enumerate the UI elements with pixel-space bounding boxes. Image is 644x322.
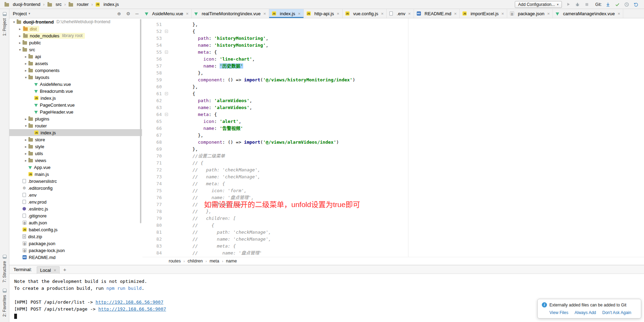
code-line[interactable]: 84 // name: '盘点管理' — [142, 250, 644, 257]
fold-icon[interactable]: − — [165, 92, 168, 95]
tree-item-main.js[interactable]: JSmain.js — [9, 171, 142, 178]
line-number[interactable]: 72 — [142, 167, 164, 173]
tree-item-layouts[interactable]: ▾layouts — [9, 74, 142, 81]
tree-item-node_modules[interactable]: ▸node_moduleslibrary root — [9, 32, 142, 39]
tree-item-PageHeader.vue[interactable]: PageHeader.vue — [9, 108, 142, 115]
code-line[interactable]: 61− { — [142, 90, 644, 97]
line-number[interactable]: 83 — [142, 243, 164, 250]
tab-importExcel.js[interactable]: JSimportExcel.js× — [460, 9, 507, 18]
rollback-icon[interactable] — [633, 1, 639, 8]
chevron-right-icon[interactable]: ▸ — [17, 34, 23, 38]
chevron-right-icon[interactable]: ▸ — [23, 152, 28, 155]
new-terminal-icon[interactable]: + — [63, 267, 66, 272]
line-number[interactable]: 82 — [142, 236, 164, 243]
line-number[interactable]: 57 — [142, 63, 164, 70]
code-line[interactable]: 73 // name: 'checkManage', — [142, 173, 644, 180]
line-number[interactable]: 52 — [142, 28, 164, 35]
project-panel-title[interactable]: Project — [13, 11, 27, 16]
stop-icon[interactable] — [584, 1, 590, 8]
chevron-right-icon[interactable]: ▸ — [23, 55, 28, 59]
tool-button-1-project[interactable]: 1: Project — [2, 9, 7, 39]
settings-icon[interactable]: ⚙ — [126, 11, 130, 16]
tab-realTimeMonitoring\index.vue[interactable]: realTimeMonitoring\index.vue× — [192, 9, 269, 18]
tree-item-plugins[interactable]: ▸plugins — [9, 115, 142, 122]
tree-item-.env.prod[interactable]: .env.prod — [9, 198, 142, 205]
line-number[interactable]: 79 — [142, 215, 164, 222]
chevron-down-icon[interactable]: ▾ — [23, 124, 28, 128]
code-line[interactable]: 53 path: 'historyMonitoring', — [142, 35, 644, 42]
breadcrumb-item[interactable]: JSindex.js — [95, 1, 120, 7]
close-icon[interactable]: × — [186, 11, 189, 16]
line-number[interactable]: 61 — [142, 90, 164, 97]
breadcrumb-name[interactable]: name — [226, 259, 237, 263]
line-number[interactable]: 60 — [142, 83, 164, 90]
close-icon[interactable]: × — [501, 11, 504, 16]
code-line[interactable]: 58 }, — [142, 70, 644, 77]
line-number[interactable]: 62 — [142, 97, 164, 104]
tree-item-api[interactable]: ▸api — [9, 53, 142, 60]
line-number[interactable]: 76 — [142, 194, 164, 201]
breadcrumb-meta[interactable]: meta — [210, 259, 219, 263]
tree-item-.editorconfig[interactable]: ⚙.editorconfig — [9, 185, 142, 191]
tool-button-7-structure[interactable]: 7: Structure — [2, 252, 7, 286]
line-number[interactable]: 67 — [142, 132, 164, 139]
breadcrumb-item[interactable]: src — [46, 1, 63, 7]
code-line[interactable]: 70 //设置二级菜单 — [142, 153, 644, 160]
notification-action-always-add[interactable]: Always Add — [574, 310, 596, 315]
chevron-down-icon[interactable]: ▾ — [28, 12, 30, 15]
line-number[interactable]: 81 — [142, 229, 164, 236]
tree-item-public[interactable]: ▸public — [9, 39, 142, 46]
code-line[interactable]: 74 // meta: { — [142, 180, 644, 187]
code-line[interactable]: 67 }, — [142, 132, 644, 139]
tool-button-2-favorites[interactable]: 2: Favorites — [2, 286, 7, 320]
line-number[interactable]: 59 — [142, 77, 164, 83]
line-number[interactable]: 54 — [142, 42, 164, 49]
line-number[interactable]: 77 — [142, 201, 164, 208]
tree-item-PageContent.vue[interactable]: PageContent.vue — [9, 101, 142, 108]
tree-item-.env[interactable]: .env — [9, 191, 142, 198]
tab-package.json[interactable]: {}package.json× — [507, 9, 553, 18]
close-icon[interactable]: × — [298, 11, 301, 16]
code-line[interactable]: 55− meta: { — [142, 49, 644, 56]
line-number[interactable]: 63 — [142, 104, 164, 111]
tab-cameraManage\index.vue[interactable]: cameraManage\index.vue× — [553, 9, 623, 18]
breadcrumb-item[interactable]: router — [68, 1, 90, 7]
breadcrumb-item[interactable]: duoji-frontend — [3, 1, 42, 7]
code-line[interactable]: 75 // icon: 'form', — [142, 187, 644, 194]
line-number[interactable]: 56 — [142, 56, 164, 63]
chevron-right-icon[interactable]: ▸ — [23, 62, 28, 65]
code-line[interactable]: 52− { — [142, 28, 644, 35]
line-number[interactable]: 51 — [142, 21, 164, 28]
chevron-down-icon[interactable]: ▾ — [11, 20, 17, 24]
chevron-right-icon[interactable]: ▸ — [23, 138, 28, 142]
close-icon[interactable]: × — [618, 11, 620, 16]
tree-item-index.js[interactable]: JSindex.js — [9, 129, 142, 136]
code-line[interactable]: 69 }, — [142, 146, 644, 153]
tree-item-.eslintrc.js[interactable]: .eslintrc.js — [9, 205, 142, 212]
close-icon[interactable]: × — [408, 11, 411, 16]
tree-item-store[interactable]: ▸store — [9, 136, 142, 143]
line-number[interactable]: 71 — [142, 160, 164, 167]
code-line[interactable]: 83 // meta: { — [142, 243, 644, 250]
line-number[interactable]: 73 — [142, 173, 164, 180]
chevron-down-icon[interactable]: ▾ — [23, 75, 28, 79]
code-line[interactable]: 60 }, — [142, 83, 644, 90]
fold-icon[interactable]: − — [165, 113, 168, 116]
terminal-link[interactable]: http://192.168.66.56:9007 — [96, 299, 164, 305]
history-icon[interactable] — [624, 1, 630, 8]
line-number[interactable]: 84 — [142, 250, 164, 257]
close-icon[interactable]: × — [54, 268, 56, 273]
code-line[interactable]: 62 path: 'alarmVideos', — [142, 97, 644, 104]
chevron-right-icon[interactable]: ▸ — [23, 117, 28, 121]
tree-item-Breadcrumb.vue[interactable]: Breadcrumb.vue — [9, 88, 142, 95]
close-icon[interactable]: × — [263, 11, 266, 16]
tab-AsideMenu.vue[interactable]: AsideMenu.vue× — [142, 9, 192, 18]
code-line[interactable]: 82 // name: 'checkManage', — [142, 236, 644, 243]
code-line[interactable]: 71 // { — [142, 160, 644, 167]
breadcrumb-routes[interactable]: routes — [169, 259, 181, 263]
tree-item-assets[interactable]: ▸assets — [9, 60, 142, 67]
tree-item-duoji-frontend[interactable]: ▾duoji-frontendD:\zheheWeb\duoji-fronten… — [9, 18, 142, 25]
close-icon[interactable]: × — [381, 11, 384, 16]
tree-item-dist[interactable]: ▸dist — [9, 25, 142, 32]
tree-item-.gitignore[interactable]: .gitignore — [9, 212, 142, 219]
